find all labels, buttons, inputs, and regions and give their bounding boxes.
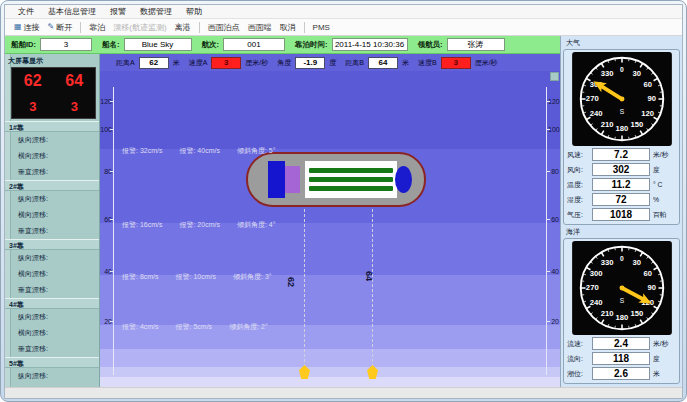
drift-row-label: 垂直漂移: xyxy=(11,341,99,357)
distance-drop-line xyxy=(372,209,373,367)
info-field-input[interactable]: Blue Sky xyxy=(124,38,192,51)
alarm-speed-a: 报警: 16cm/s xyxy=(122,221,162,229)
toolbar-button[interactable]: 画面泊点 xyxy=(204,21,244,34)
drift-row-label: 横向漂移: xyxy=(11,207,99,223)
toolbar-button[interactable]: 取消 xyxy=(276,21,300,34)
svg-text:30: 30 xyxy=(632,258,641,267)
chart-corner-chip[interactable] xyxy=(550,72,559,81)
led-speed-value: 3 xyxy=(71,99,78,114)
toolbar: ▦连接✎断开靠泊漂移(航迹监测)离港画面泊点画面端取消PMS xyxy=(5,19,682,36)
panel-field-value: 2.4 xyxy=(592,337,650,350)
svg-text:30: 30 xyxy=(632,69,641,78)
toolbar-button[interactable]: PMS xyxy=(309,22,334,33)
menu-item[interactable]: 数据管理 xyxy=(133,5,179,18)
panel-field-unit: 米/秒 xyxy=(650,339,676,349)
y-tick-mark xyxy=(546,271,550,272)
panel-field-value: 11.2 xyxy=(592,178,650,191)
y-axis-right xyxy=(546,87,547,375)
y-tick-mark xyxy=(546,171,550,172)
panel-field-label: 湿度: xyxy=(567,195,592,205)
alarm-speed-b: 报警: 40cm/s xyxy=(179,147,219,155)
measure-label: 距离A xyxy=(116,58,135,68)
y-tick-mark xyxy=(110,271,114,272)
measure-value: 64 xyxy=(368,57,398,69)
alarm-angle: 倾斜角度: 4° xyxy=(237,221,276,229)
toolbar-separator xyxy=(304,22,305,33)
ship-bridge-block xyxy=(268,161,285,198)
toolbar-button[interactable]: ▦连接 xyxy=(10,21,44,34)
app-window: 文件基本信息管理报警数据管理帮助 ▦连接✎断开靠泊漂移(航迹监测)离港画面泊点画… xyxy=(0,0,687,402)
menu-item[interactable]: 帮助 xyxy=(179,5,209,18)
toolbar-button: 漂移(航迹监测) xyxy=(109,21,170,34)
y-axis-left xyxy=(113,87,114,375)
measure-unit: 厘米/秒 xyxy=(245,58,268,68)
svg-text:330: 330 xyxy=(600,258,613,267)
panel-field: 风速:7.2米/秒 xyxy=(567,148,676,161)
panel-field: 温度:11.2° C xyxy=(567,178,676,191)
measure-label: 角度 xyxy=(277,58,291,68)
svg-text:210: 210 xyxy=(600,309,613,318)
gauge-wrap: 0306090120150180210240270300330S xyxy=(567,52,676,146)
berthing-plot: 1201201001008080606040402020报警: 32cm/s报警… xyxy=(100,71,560,387)
info-field-input[interactable]: 3 xyxy=(40,38,92,51)
panel-field: 潮位:2.6米 xyxy=(567,367,676,380)
toolbar-button[interactable]: 靠泊 xyxy=(85,21,109,34)
y-tick-mark xyxy=(110,219,114,220)
svg-text:120: 120 xyxy=(641,109,654,118)
alarm-speed-b: 报警: 10cm/s xyxy=(176,273,216,281)
sidebar-title: 大屏幕显示 xyxy=(5,54,99,67)
led-display: 626433 xyxy=(11,67,96,119)
ship-deckhouse-block xyxy=(285,166,300,193)
drift-row-label: 纵向漂移: xyxy=(11,368,99,384)
toolbar-button[interactable]: ✎断开 xyxy=(44,21,77,34)
panel-group-title: 海洋 xyxy=(563,225,680,238)
drift-row-label: 垂直漂移: xyxy=(11,223,99,239)
sensor-section-header: 1#靠 xyxy=(5,121,99,132)
panel-field-label: 流向: xyxy=(567,354,592,364)
toolbar-group: 靠泊漂移(航迹监测)离港 xyxy=(85,21,194,34)
panel-field-value: 302 xyxy=(592,163,650,176)
vessel-info-bar: 船舶ID:3船名:Blue Sky航次:001靠泊时间:2011-4-15 10… xyxy=(5,36,560,54)
svg-text:150: 150 xyxy=(630,120,643,129)
info-field-input[interactable]: 001 xyxy=(223,38,285,51)
toolbar-button-label: 画面端 xyxy=(248,22,272,33)
alarm-threshold-row: 报警: 8cm/s报警: 10cm/s倾斜角度: 3° xyxy=(122,273,272,281)
berth-pin-marker xyxy=(299,365,310,379)
panel-field-value: 118 xyxy=(592,352,650,365)
info-field-input[interactable]: 2011-4-15 10:30:36 xyxy=(332,38,408,51)
weather-panel: 大气0306090120150180210240270300330S风速:7.2… xyxy=(560,36,682,387)
alarm-speed-b: 报警: 20cm/s xyxy=(179,221,219,229)
toolbar-button[interactable]: 画面端 xyxy=(244,21,276,34)
ship-graphic xyxy=(246,152,426,207)
toolbar-button[interactable]: 离港 xyxy=(171,21,195,34)
alarm-threshold-row: 报警: 16cm/s报警: 20cm/s倾斜角度: 4° xyxy=(122,221,276,229)
panel-field-value: 7.2 xyxy=(592,148,650,161)
svg-text:0: 0 xyxy=(620,255,624,262)
panel-group-box: 0306090120150180210240270300330S风速:7.2米/… xyxy=(563,49,680,225)
menu-bar: 文件基本信息管理报警数据管理帮助 xyxy=(5,5,682,19)
toolbar-button-label: 取消 xyxy=(280,22,296,33)
panel-field-label: 风向: xyxy=(567,165,592,175)
compass-gauge: 0306090120150180210240270300330S xyxy=(571,52,673,146)
panel-field-label: 风速: xyxy=(567,150,592,160)
measure-row: 距离A62米速度A3厘米/秒角度-1.9度距离B64米速度B3厘米/秒 xyxy=(100,54,560,71)
sidebar: 大屏幕显示 626433 1#靠纵向漂移:横向漂移:垂直漂移:2#靠纵向漂移:横… xyxy=(5,54,100,387)
led-speed-value: 3 xyxy=(29,99,36,114)
panel-field-unit: 度 xyxy=(650,354,676,364)
svg-text:0: 0 xyxy=(620,66,624,73)
menu-item[interactable]: 报警 xyxy=(103,5,133,18)
drift-row-label: 纵向漂移: xyxy=(11,309,99,325)
info-field-input[interactable]: 张涛 xyxy=(447,38,505,51)
toolbar-group: ▦连接✎断开 xyxy=(10,21,76,34)
sensor-section-header: 3#靠 xyxy=(5,239,99,250)
menu-item[interactable]: 基本信息管理 xyxy=(41,5,103,18)
svg-text:180: 180 xyxy=(615,313,628,322)
svg-text:240: 240 xyxy=(589,298,602,307)
info-field-label: 船名: xyxy=(102,40,120,50)
svg-text:90: 90 xyxy=(647,283,656,292)
y-tick-mark xyxy=(110,171,114,172)
sidebar-sections: 1#靠纵向漂移:横向漂移:垂直漂移:2#靠纵向漂移:横向漂移:垂直漂移:3#靠纵… xyxy=(11,121,99,387)
panel-field-value: 72 xyxy=(592,193,650,206)
menu-item[interactable]: 文件 xyxy=(11,5,41,18)
panel-field: 风向:302度 xyxy=(567,163,676,176)
